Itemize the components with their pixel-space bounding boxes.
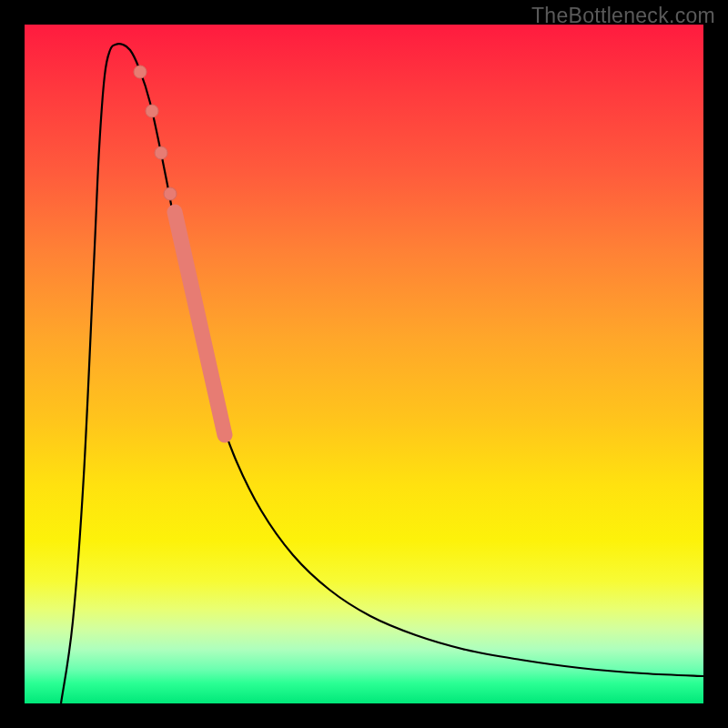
- data-markers: [134, 66, 177, 200]
- data-marker-1: [146, 105, 158, 117]
- watermark-text: TheBottleneck.com: [531, 4, 715, 28]
- plot-frame: [25, 25, 703, 703]
- data-marker-3: [164, 187, 177, 200]
- data-overlay-layer: [25, 25, 703, 703]
- data-marker-0: [134, 66, 147, 78]
- data-marker-2: [155, 147, 167, 159]
- highlight-segment: [175, 212, 225, 435]
